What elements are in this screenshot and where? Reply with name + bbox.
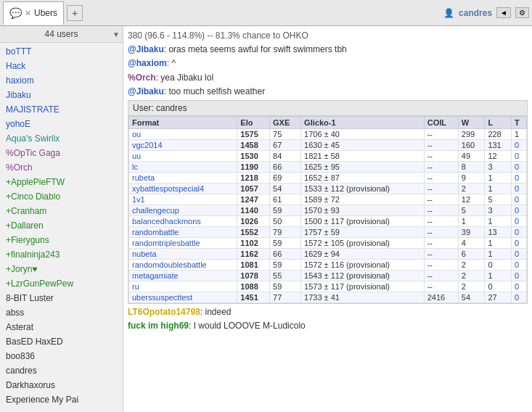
- list-item[interactable]: haxiom: [0, 73, 123, 88]
- list-item[interactable]: abss: [0, 305, 123, 320]
- username: Experience My Pai: [6, 395, 78, 405]
- table-row-t: 0: [511, 194, 526, 205]
- list-item[interactable]: boo836: [0, 349, 123, 363]
- username: Asterat: [6, 322, 33, 332]
- table-row-format[interactable]: randomdoublesbattle: [129, 259, 237, 270]
- message: yea Jibaku lol: [160, 73, 213, 83]
- table-row-format[interactable]: randombattle: [129, 226, 237, 237]
- list-item[interactable]: +Cranham: [0, 204, 123, 218]
- table-row-l: 1: [485, 237, 512, 248]
- username: LzrGunPewPew: [11, 279, 73, 289]
- list-item[interactable]: +Fieryguns: [0, 233, 123, 247]
- list-item[interactable]: BasED HaxED: [0, 334, 123, 349]
- table-row-l: 1: [485, 248, 512, 259]
- list-item[interactable]: +finalninja243: [0, 247, 123, 262]
- chat-line: 380 (96.6 - 114.8%) -- 81.3% chance to O…: [128, 29, 528, 43]
- table-row-format[interactable]: ru: [129, 281, 237, 292]
- main-area: 44 users ▼ boTTT Hack haxiom Jibaku MAJI…: [0, 26, 532, 412]
- list-item[interactable]: %Orch: [0, 160, 123, 175]
- list-item[interactable]: +Joryn♥: [0, 262, 123, 276]
- col-l: L: [485, 116, 512, 128]
- table-row-t: 0: [511, 270, 526, 281]
- table-row-format[interactable]: uberssuspecttest: [129, 292, 237, 302]
- list-item[interactable]: boTTT: [0, 44, 123, 59]
- table-row-t: 0: [511, 259, 526, 270]
- username: Dallaren: [11, 221, 44, 231]
- col-elo: Elo: [237, 116, 270, 128]
- tab-ubers[interactable]: 💬 ✕ Ubers: [3, 1, 64, 25]
- sidebar-header: 44 users ▼: [0, 26, 123, 43]
- username: Cinco Diablo: [11, 191, 60, 202]
- table-row-elo: 1451: [237, 292, 270, 302]
- list-item[interactable]: 8-BIT Luster: [0, 291, 123, 305]
- table-row-format[interactable]: rubeta: [129, 172, 237, 183]
- user-prefix: %: [6, 162, 14, 173]
- user-prefix: +: [6, 250, 11, 260]
- table-row-format[interactable]: nubeta: [129, 248, 237, 259]
- table-row-format[interactable]: uu: [129, 150, 237, 161]
- nav-back-button[interactable]: ◄: [496, 7, 511, 18]
- username: Fieryguns: [11, 235, 49, 245]
- table-row-w: 12: [458, 194, 485, 205]
- list-item[interactable]: Jibaku: [0, 88, 123, 102]
- table-row-gxe: 79: [270, 226, 301, 237]
- table-row-l: 0: [485, 281, 512, 292]
- username: Joryn♥: [11, 264, 37, 274]
- list-item[interactable]: Darkhaxorus: [0, 378, 123, 392]
- table-row-w: 2: [458, 183, 485, 194]
- table-row-format[interactable]: lc: [129, 161, 237, 172]
- table-row-w: 2: [458, 259, 485, 270]
- table-row-glicko: 1572 ± 116 (provisional): [301, 259, 425, 270]
- table-row-t: 0: [511, 172, 526, 183]
- table-row-coil: --: [424, 150, 458, 161]
- list-item[interactable]: Hack: [0, 59, 123, 73]
- list-item[interactable]: yohoE: [0, 117, 123, 131]
- table-row-gxe: 75: [270, 128, 301, 139]
- username-link[interactable]: candres: [459, 8, 492, 18]
- table-row-format[interactable]: randomtriplesbattle: [129, 237, 237, 248]
- list-item[interactable]: +Cinco Diablo: [0, 189, 123, 204]
- list-item[interactable]: Aqua's Swirlix: [0, 131, 123, 146]
- col-w: W: [458, 116, 485, 128]
- table-row-l: 3: [485, 161, 512, 172]
- list-item[interactable]: Asterat: [0, 320, 123, 334]
- table-row-gxe: 69: [270, 172, 301, 183]
- table-row-format[interactable]: challengecup: [129, 205, 237, 215]
- list-item[interactable]: Experience My Pai: [0, 392, 123, 407]
- list-item[interactable]: MAJISTRATE: [0, 102, 123, 117]
- close-tab-icon[interactable]: ✕: [25, 9, 31, 18]
- message: indeed: [205, 307, 231, 317]
- chat-messages[interactable]: 380 (96.6 - 114.8%) -- 81.3% chance to O…: [123, 26, 532, 412]
- table-row-format[interactable]: vgc2014: [129, 139, 237, 150]
- settings-button[interactable]: ⚙: [515, 7, 529, 18]
- username: Darkhaxorus: [6, 380, 55, 390]
- list-item[interactable]: candres: [0, 363, 123, 378]
- col-t: T: [511, 116, 526, 128]
- table-row-coil: --: [424, 128, 458, 139]
- add-tab-button[interactable]: +: [67, 5, 83, 21]
- list-item[interactable]: +Dallaren: [0, 218, 123, 233]
- table-row-format[interactable]: xybattlespotspecial4: [129, 183, 237, 194]
- table-row-coil: --: [424, 194, 458, 205]
- table-row-gxe: 77: [270, 292, 301, 302]
- user-prefix: +: [6, 206, 11, 216]
- user-prefix: +: [6, 279, 11, 289]
- table-row-format[interactable]: 1v1: [129, 194, 237, 205]
- table-row-format[interactable]: metagamiate: [129, 270, 237, 281]
- table-row-format[interactable]: balancedhackmons: [129, 215, 237, 226]
- user-list[interactable]: boTTT Hack haxiom Jibaku MAJISTRATE yoho…: [0, 43, 123, 412]
- table-row-coil: --: [424, 270, 458, 281]
- sidebar: 44 users ▼ boTTT Hack haxiom Jibaku MAJI…: [0, 26, 123, 412]
- list-item[interactable]: %OpTic Gaga: [0, 146, 123, 160]
- list-item[interactable]: +LzrGunPewPew: [0, 276, 123, 291]
- table-row-t: 1: [511, 128, 526, 139]
- sidebar-scroll-button[interactable]: ▼: [112, 30, 120, 38]
- system-text: 380 (96.6 - 114.8%) -- 81.3% chance to O…: [128, 30, 308, 41]
- table-row-w: 2: [458, 281, 485, 292]
- list-item[interactable]: +ApplePieFTW: [0, 175, 123, 189]
- table-row-w: 6: [458, 248, 485, 259]
- table-row-gxe: 61: [270, 194, 301, 205]
- table-row-format[interactable]: ou: [129, 128, 237, 139]
- table-row-elo: 1190: [237, 161, 270, 172]
- table-row-t: 0: [511, 226, 526, 237]
